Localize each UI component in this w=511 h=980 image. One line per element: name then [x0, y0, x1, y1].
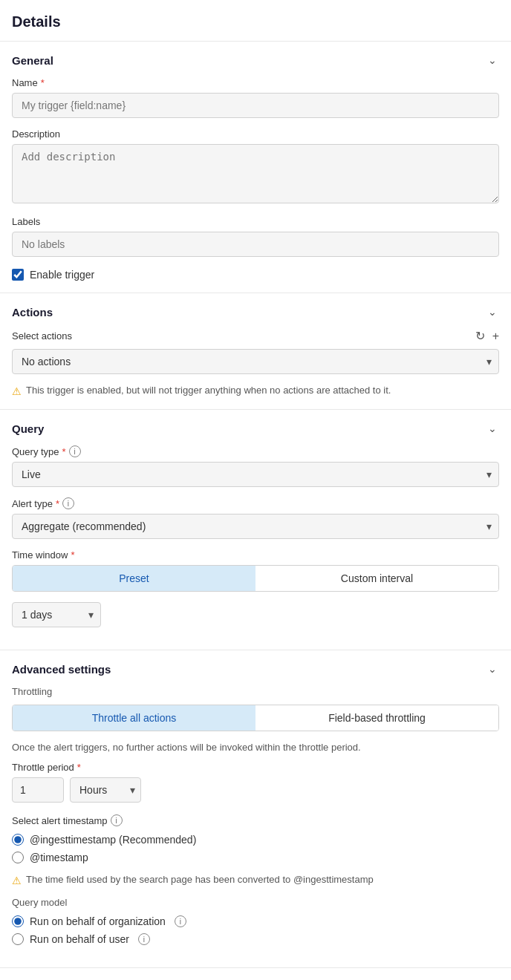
- general-section: General ⌄ Name * Description Labels Enab…: [0, 42, 511, 293]
- page-title: Details: [0, 0, 511, 42]
- throttle-period-row: Minutes Hours Days ▾: [12, 777, 499, 803]
- query-type-required: *: [62, 446, 66, 457]
- query-type-info-icon[interactable]: i: [69, 445, 81, 457]
- actions-section-title: Actions: [12, 306, 53, 318]
- enable-trigger-checkbox[interactable]: [12, 269, 24, 281]
- run-user-info-icon[interactable]: i: [138, 933, 150, 945]
- enable-trigger-label: Enable trigger: [30, 269, 94, 281]
- name-required: *: [41, 77, 45, 88]
- timestamp-radio-group: @ingesttimestamp (Recommended) @timestam…: [12, 834, 499, 863]
- actions-warning: ⚠ This trigger is enabled, but will not …: [12, 385, 499, 397]
- throttle-toggle: Throttle all actions Field-based throttl…: [12, 705, 499, 731]
- add-action-icon[interactable]: +: [492, 330, 499, 343]
- labels-label: Labels: [12, 216, 499, 227]
- alert-type-select-wrapper: Aggregate (recommended) Count ▾: [12, 514, 499, 539]
- actions-section-header: Actions ⌄: [12, 305, 499, 318]
- query-collapse-icon[interactable]: ⌄: [486, 422, 499, 435]
- throttle-period-unit-select[interactable]: Minutes Hours Days: [70, 777, 141, 803]
- ingest-timestamp-label: @ingesttimestamp (Recommended): [30, 834, 196, 846]
- query-section: Query ⌄ Query type * i Live Scheduled ▾ …: [0, 410, 511, 650]
- advanced-section-header: Advanced settings ⌄: [12, 662, 499, 676]
- throttling-label: Throttling: [12, 686, 499, 697]
- advanced-collapse-icon[interactable]: ⌄: [486, 662, 499, 676]
- run-user-radio[interactable]: [12, 933, 24, 945]
- timestamp-label: @timestamp: [30, 852, 88, 863]
- actions-section: Actions ⌄ Select actions ↻ + No actions …: [0, 293, 511, 410]
- run-org-radio-row: Run on behalf of organization i: [12, 915, 499, 927]
- time-window-toggle: Preset Custom interval: [12, 565, 499, 592]
- alert-timestamp-label: Select alert timestamp i: [12, 814, 499, 826]
- refresh-icon[interactable]: ↻: [475, 329, 485, 343]
- custom-interval-toggle-option[interactable]: Custom interval: [256, 566, 498, 591]
- timestamp-warning-icon: ⚠: [12, 875, 22, 886]
- general-section-title: General: [12, 54, 53, 67]
- alert-timestamp-group: Select alert timestamp i @ingesttimestam…: [12, 814, 499, 886]
- run-org-label: Run on behalf of organization: [30, 915, 166, 927]
- throttle-period-label: Throttle period *: [12, 762, 499, 773]
- alert-type-group: Alert type * i Aggregate (recommended) C…: [12, 497, 499, 539]
- throttle-description: Once the alert triggers, no further acti…: [12, 742, 499, 753]
- query-type-select[interactable]: Live Scheduled: [12, 462, 499, 487]
- run-org-info-icon[interactable]: i: [175, 915, 186, 927]
- labels-input[interactable]: [12, 232, 499, 257]
- time-window-label: Time window *: [12, 549, 499, 561]
- advanced-settings-section: Advanced settings ⌄ Throttling Throttle …: [0, 650, 511, 968]
- preset-toggle-option[interactable]: Preset: [13, 566, 256, 591]
- general-section-header: General ⌄: [12, 53, 499, 67]
- ingest-timestamp-radio-row: @ingesttimestamp (Recommended): [12, 834, 499, 846]
- time-window-select-wrapper: 1 days 5 minutes 15 minutes 1 hour 4 hou…: [12, 602, 101, 627]
- select-actions-label: Select actions: [12, 330, 72, 342]
- query-section-header: Query ⌄: [12, 422, 499, 435]
- query-section-title: Query: [12, 422, 44, 435]
- run-user-label: Run on behalf of user: [30, 933, 129, 945]
- query-type-label: Query type * i: [12, 445, 499, 457]
- query-type-group: Query type * i Live Scheduled ▾: [12, 445, 499, 487]
- select-actions-row: Select actions ↻ +: [12, 329, 499, 343]
- timestamp-radio-row: @timestamp: [12, 852, 499, 863]
- name-label: Name *: [12, 77, 499, 88]
- query-model-label: Query model: [12, 897, 499, 908]
- no-actions-select-wrapper: No actions ▾: [12, 349, 499, 374]
- query-model-group: Query model Run on behalf of organizatio…: [12, 897, 499, 945]
- alert-type-info-icon[interactable]: i: [62, 497, 74, 509]
- actions-icons-group: ↻ +: [475, 329, 499, 343]
- alert-type-label: Alert type * i: [12, 497, 499, 509]
- time-window-select[interactable]: 1 days 5 minutes 15 minutes 1 hour 4 hou…: [12, 602, 101, 627]
- query-type-select-wrapper: Live Scheduled ▾: [12, 462, 499, 487]
- throttle-period-input[interactable]: [12, 777, 64, 803]
- no-actions-select[interactable]: No actions: [12, 349, 499, 374]
- timestamp-warning: ⚠ The time field used by the search page…: [12, 874, 499, 886]
- description-label: Description: [12, 128, 499, 140]
- actions-warning-icon: ⚠: [12, 385, 22, 397]
- time-window-group: Time window * Preset Custom interval 1 d…: [12, 549, 499, 627]
- name-input[interactable]: [12, 93, 499, 118]
- enable-trigger-row: Enable trigger: [12, 269, 499, 281]
- throttle-all-actions-option[interactable]: Throttle all actions: [13, 705, 256, 731]
- advanced-section-title: Advanced settings: [12, 663, 111, 676]
- field-based-throttling-option[interactable]: Field-based throttling: [256, 705, 498, 731]
- alert-type-select[interactable]: Aggregate (recommended) Count: [12, 514, 499, 539]
- general-collapse-icon[interactable]: ⌄: [486, 53, 499, 67]
- query-model-radio-group: Run on behalf of organization i Run on b…: [12, 915, 499, 945]
- timestamp-warning-text: The time field used by the search page h…: [26, 874, 374, 885]
- time-window-required: *: [71, 549, 74, 561]
- throttle-period-unit-wrapper: Minutes Hours Days ▾: [70, 777, 141, 803]
- throttle-period-required: *: [77, 762, 81, 773]
- actions-collapse-icon[interactable]: ⌄: [486, 305, 499, 318]
- run-org-radio[interactable]: [12, 915, 24, 927]
- timestamp-radio[interactable]: [12, 852, 24, 863]
- description-input[interactable]: [12, 144, 499, 203]
- throttling-group: Throttling Throttle all actions Field-ba…: [12, 686, 499, 803]
- alert-timestamp-info-icon[interactable]: i: [111, 814, 123, 826]
- actions-warning-text: This trigger is enabled, but will not tr…: [26, 385, 391, 396]
- alert-type-required: *: [56, 498, 59, 509]
- ingest-timestamp-radio[interactable]: [12, 834, 24, 846]
- run-user-radio-row: Run on behalf of user i: [12, 933, 499, 945]
